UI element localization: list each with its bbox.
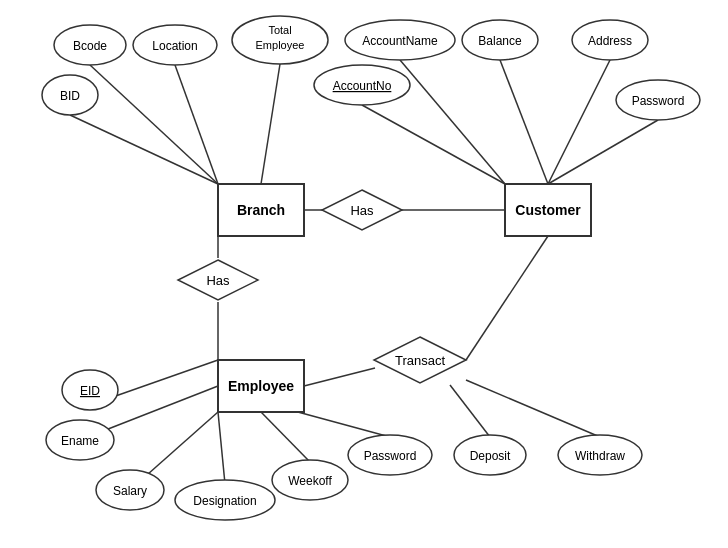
attribute-designation: Designation (175, 480, 275, 520)
attribute-bid: BID (42, 75, 98, 115)
svg-line-21 (450, 385, 490, 437)
entity-employee: Employee (218, 360, 304, 412)
svg-text:AccountName: AccountName (362, 34, 438, 48)
attribute-ename: Ename (46, 420, 114, 460)
svg-text:Branch: Branch (237, 202, 285, 218)
attribute-withdraw: Withdraw (558, 435, 642, 475)
attribute-location: Location (133, 25, 217, 65)
svg-text:Bcode: Bcode (73, 39, 107, 53)
attribute-address: Address (572, 20, 648, 60)
svg-text:EID: EID (80, 384, 100, 398)
attribute-deposit: Deposit (454, 435, 526, 475)
svg-line-19 (261, 412, 310, 462)
svg-line-3 (70, 115, 218, 184)
svg-text:Employee: Employee (256, 39, 305, 51)
svg-text:Total: Total (268, 24, 291, 36)
attribute-total_employee: TotalEmployee (232, 16, 328, 64)
attribute-password_e: Password (348, 435, 432, 475)
attribute-password_c: Password (616, 80, 700, 120)
svg-text:Salary: Salary (113, 484, 147, 498)
attribute-eid: EID (62, 370, 118, 410)
attribute-salary: Salary (96, 470, 164, 510)
svg-text:AccountNo: AccountNo (333, 79, 392, 93)
svg-text:Weekoff: Weekoff (288, 474, 332, 488)
relationship-has_bc: Has (322, 190, 402, 230)
relationship-transact: Transact (374, 337, 466, 383)
svg-line-4 (400, 60, 505, 184)
svg-text:Has: Has (206, 273, 230, 288)
relationship-has_be: Has (178, 260, 258, 300)
entity-customer: Customer (505, 184, 591, 236)
svg-text:Ename: Ename (61, 434, 99, 448)
svg-line-18 (218, 412, 225, 484)
entity-branch: Branch (218, 184, 304, 236)
svg-text:Customer: Customer (515, 202, 581, 218)
svg-line-6 (500, 60, 548, 184)
attribute-balance: Balance (462, 20, 538, 60)
svg-text:Has: Has (350, 203, 374, 218)
svg-text:Withdraw: Withdraw (575, 449, 625, 463)
svg-line-0 (90, 65, 218, 184)
diagram-svg: BranchCustomerEmployeeHasHasTransactBcod… (0, 0, 728, 548)
svg-text:Employee: Employee (228, 378, 294, 394)
attribute-bcode: Bcode (54, 25, 126, 65)
svg-text:Address: Address (588, 34, 632, 48)
attribute-account_no: AccountNo (314, 65, 410, 105)
svg-line-5 (362, 105, 505, 184)
svg-text:Transact: Transact (395, 353, 445, 368)
er-diagram: BranchCustomerEmployeeHasHasTransactBcod… (0, 0, 728, 548)
svg-text:Password: Password (632, 94, 685, 108)
svg-text:Designation: Designation (193, 494, 256, 508)
svg-text:Location: Location (152, 39, 197, 53)
svg-text:BID: BID (60, 89, 80, 103)
svg-text:Deposit: Deposit (470, 449, 511, 463)
svg-line-13 (304, 368, 375, 386)
svg-line-14 (466, 236, 548, 360)
attribute-account_name: AccountName (345, 20, 455, 60)
attribute-weekoff: Weekoff (272, 460, 348, 500)
svg-text:Balance: Balance (478, 34, 522, 48)
svg-text:Password: Password (364, 449, 417, 463)
svg-line-2 (261, 64, 280, 184)
svg-line-22 (466, 380, 600, 437)
